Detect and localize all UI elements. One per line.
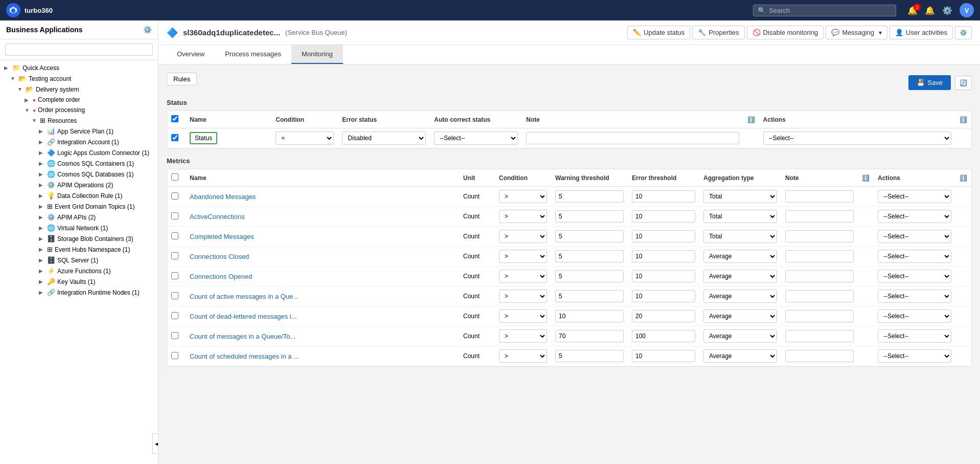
metric-note-input-5[interactable] bbox=[785, 290, 854, 302]
metric-actions-select-3[interactable]: --Select--EmailSMS bbox=[878, 250, 951, 263]
sidebar-item-resources[interactable]: ▼ ⊞ Resources bbox=[0, 115, 158, 126]
status-note-input[interactable] bbox=[526, 132, 739, 144]
metric-name-link-0[interactable]: Abandoned Messages bbox=[190, 193, 256, 201]
metric-condition-select-8[interactable]: >=< bbox=[499, 349, 547, 363]
metric-name-link-6[interactable]: Count of dead-lettered messages i... bbox=[190, 313, 297, 320]
sidebar-item-delivery-system[interactable]: ▼ 📂 Delivery system bbox=[0, 84, 158, 95]
bell-icon[interactable]: 🔔 bbox=[925, 6, 935, 15]
metric-aggregation-select-5[interactable]: Total Average MinimumMaximumCount bbox=[703, 290, 777, 303]
save-button[interactable]: 💾 Save bbox=[908, 75, 951, 90]
metric-actions-select-4[interactable]: --Select--EmailSMS bbox=[878, 270, 951, 283]
metrics-row-checkbox-0[interactable] bbox=[171, 192, 178, 200]
metric-condition-select-6[interactable]: >=< bbox=[499, 310, 547, 323]
metric-name-link-5[interactable]: Count of active messages in a Que... bbox=[190, 293, 299, 300]
status-row-checkbox[interactable] bbox=[171, 134, 178, 141]
status-condition-select[interactable]: = > < bbox=[276, 131, 334, 145]
metric-aggregation-select-8[interactable]: Total Average MinimumMaximumCount bbox=[703, 349, 777, 363]
metric-warning-input-0[interactable] bbox=[555, 190, 624, 203]
sidebar-item-storage-blob[interactable]: ▶ 🗄️ Storage Blob Containers (3) bbox=[0, 233, 158, 244]
sidebar-item-apim-apis[interactable]: ▶ ⚙️ APIM APIs (2) bbox=[0, 212, 158, 223]
refresh-button[interactable]: 🔄 bbox=[955, 76, 972, 90]
sidebar-search-input[interactable] bbox=[5, 43, 153, 56]
sidebar-item-key-vaults[interactable]: ▶ 🔑 Key Vaults (1) bbox=[0, 276, 158, 287]
metric-actions-select-1[interactable]: --Select--EmailSMS bbox=[878, 210, 951, 223]
metric-aggregation-select-0[interactable]: Total Average MinimumMaximumCount bbox=[703, 190, 777, 203]
disable-monitoring-button[interactable]: 🚫 Disable monitoring bbox=[747, 26, 824, 39]
status-error-select[interactable]: Disabled Enabled Warning Error bbox=[342, 131, 426, 145]
status-actions-select[interactable]: --Select-- Email SMS bbox=[763, 131, 951, 145]
metric-warning-input-1[interactable] bbox=[555, 210, 624, 223]
sidebar-item-cosmos-databases[interactable]: ▶ 🌐 Cosmos SQL Databases (1) bbox=[0, 169, 158, 180]
sidebar-settings-icon[interactable]: ⚙️ bbox=[143, 26, 152, 34]
metric-name-link-3[interactable]: Connections Closed bbox=[190, 253, 249, 260]
sidebar-item-logic-apps[interactable]: ▶ 🔷 Logic Apps Custom Connector (1) bbox=[0, 147, 158, 158]
sidebar-item-quick-access[interactable]: ▶ 📁 Quick Access bbox=[0, 62, 158, 73]
metric-condition-select-3[interactable]: >=< bbox=[499, 250, 547, 263]
metrics-row-checkbox-7[interactable] bbox=[171, 332, 178, 339]
sidebar-item-testing-account[interactable]: ▼ 📂 Testing account bbox=[0, 73, 158, 84]
metric-error-input-7[interactable] bbox=[632, 330, 695, 342]
sidebar-item-integration-account[interactable]: ▶ 🔗 Integration Account (1) bbox=[0, 137, 158, 147]
metric-error-input-4[interactable] bbox=[632, 270, 695, 282]
metric-note-input-1[interactable] bbox=[785, 210, 854, 223]
sidebar-item-sql-server[interactable]: ▶ 🗄️ SQL Server (1) bbox=[0, 255, 158, 266]
metric-name-link-2[interactable]: Completed Messages bbox=[190, 233, 254, 240]
metric-condition-select-5[interactable]: >=< bbox=[499, 290, 547, 303]
settings-icon[interactable]: ⚙️ bbox=[942, 6, 952, 15]
metric-actions-select-2[interactable]: --Select--EmailSMS bbox=[878, 230, 951, 243]
user-activities-button[interactable]: 👤 User activities bbox=[890, 26, 953, 39]
metrics-row-checkbox-6[interactable] bbox=[171, 312, 178, 319]
update-status-button[interactable]: ✏️ Update status bbox=[627, 26, 690, 39]
sidebar-item-integration-runtime[interactable]: ▶ 🔗 Integration Runtime Nodes (1) bbox=[0, 287, 158, 298]
metric-name-link-7[interactable]: Count of messages in a Queue/To... bbox=[190, 333, 295, 340]
metric-note-input-8[interactable] bbox=[785, 350, 854, 362]
metric-name-link-4[interactable]: Connections Opened bbox=[190, 273, 252, 280]
tab-monitoring[interactable]: Monitoring bbox=[291, 45, 343, 64]
metric-actions-select-0[interactable]: --Select--EmailSMS bbox=[878, 190, 951, 203]
sidebar-item-cosmos-containers[interactable]: ▶ 🌐 Cosmos SQL Containers (1) bbox=[0, 158, 158, 169]
metric-error-input-1[interactable] bbox=[632, 210, 695, 223]
metric-actions-select-8[interactable]: --Select--EmailSMS bbox=[878, 349, 951, 363]
search-input[interactable] bbox=[769, 7, 892, 14]
metric-condition-select-1[interactable]: >=< bbox=[499, 210, 547, 223]
metric-error-input-2[interactable] bbox=[632, 230, 695, 242]
sidebar-collapse-button[interactable]: ◀ bbox=[152, 433, 158, 454]
metric-warning-input-4[interactable] bbox=[555, 270, 624, 282]
metric-note-input-7[interactable] bbox=[785, 330, 854, 342]
metric-note-input-4[interactable] bbox=[785, 270, 854, 282]
metric-note-input-2[interactable] bbox=[785, 230, 854, 242]
metric-error-input-8[interactable] bbox=[632, 350, 695, 362]
metric-warning-input-8[interactable] bbox=[555, 350, 624, 362]
metric-actions-select-6[interactable]: --Select--EmailSMS bbox=[878, 310, 951, 323]
search-box[interactable]: 🔍 bbox=[753, 5, 896, 16]
metrics-row-checkbox-1[interactable] bbox=[171, 212, 178, 219]
metric-condition-select-2[interactable]: >=< bbox=[499, 230, 547, 243]
metric-error-input-3[interactable] bbox=[632, 250, 695, 262]
sidebar-item-azure-functions[interactable]: ▶ ⚡ Azure Functions (1) bbox=[0, 266, 158, 276]
sidebar-item-data-collection-rule[interactable]: ▶ 💡 Data Collection Rule (1) bbox=[0, 190, 158, 201]
sidebar-item-apim-operations[interactable]: ▶ ⚙️ APIM Operations (2) bbox=[0, 180, 158, 190]
metrics-row-checkbox-2[interactable] bbox=[171, 232, 178, 239]
metric-note-input-3[interactable] bbox=[785, 250, 854, 262]
metrics-row-checkbox-8[interactable] bbox=[171, 352, 178, 359]
sidebar-item-complete-order[interactable]: ▶ ● Complete order bbox=[0, 95, 158, 105]
metric-aggregation-select-4[interactable]: Total Average MinimumMaximumCount bbox=[703, 270, 777, 283]
metric-aggregation-select-7[interactable]: Total Average MinimumMaximumCount bbox=[703, 329, 777, 343]
metric-aggregation-select-2[interactable]: Total Average MinimumMaximumCount bbox=[703, 230, 777, 243]
app-logo[interactable]: turbo360 bbox=[6, 3, 53, 17]
metric-condition-select-4[interactable]: >=< bbox=[499, 270, 547, 283]
metric-actions-select-7[interactable]: --Select--EmailSMS bbox=[878, 329, 951, 343]
status-select-all-checkbox[interactable] bbox=[171, 115, 178, 122]
notifications-icon[interactable]: 🔔 1 bbox=[907, 6, 918, 15]
metric-warning-input-5[interactable] bbox=[555, 290, 624, 302]
metric-condition-select-0[interactable]: >=< bbox=[499, 190, 547, 203]
metric-warning-input-2[interactable] bbox=[555, 230, 624, 242]
metrics-select-all-checkbox[interactable] bbox=[171, 173, 178, 181]
tab-overview[interactable]: Overview bbox=[167, 45, 215, 64]
metric-aggregation-select-6[interactable]: Total Average MinimumMaximumCount bbox=[703, 310, 777, 323]
tab-process-messages[interactable]: Process messages bbox=[215, 45, 291, 64]
metric-note-input-6[interactable] bbox=[785, 310, 854, 322]
metric-condition-select-7[interactable]: >=< bbox=[499, 329, 547, 343]
properties-button[interactable]: 🔧 Properties bbox=[692, 26, 744, 39]
more-button[interactable]: ⚙️ bbox=[955, 26, 972, 39]
